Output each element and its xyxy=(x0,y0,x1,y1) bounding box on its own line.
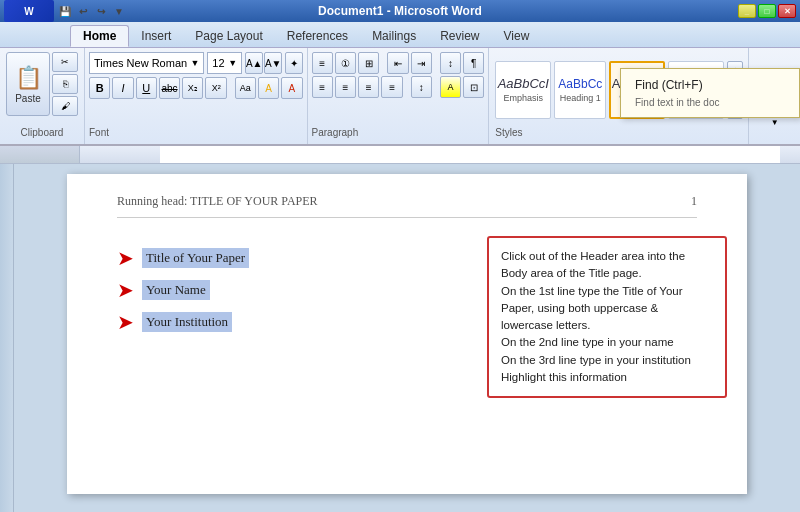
strikethrough-btn[interactable]: abc xyxy=(159,77,180,99)
instruction-line-8: Highlight this information xyxy=(501,369,713,386)
borders-btn[interactable]: ⊡ xyxy=(463,76,484,98)
tab-home[interactable]: Home xyxy=(70,25,129,47)
paste-label: Paste xyxy=(15,93,41,104)
align-right-btn[interactable]: ≡ xyxy=(358,76,379,98)
running-head-text: Running head: TITLE OF YOUR PAPER xyxy=(117,194,318,209)
main-area: Running head: TITLE OF YOUR PAPER 1 ➤ Ti… xyxy=(0,164,800,512)
decrease-indent-btn[interactable]: ⇤ xyxy=(387,52,408,74)
ribbon-tabs: Home Insert Page Layout References Maili… xyxy=(0,22,800,48)
line-3-text[interactable]: Your Institution xyxy=(142,312,232,332)
style-heading1[interactable]: AaBbCc Heading 1 xyxy=(554,61,606,119)
styles-label: Styles xyxy=(495,127,742,140)
style-emphasis[interactable]: AaBbCcI Emphasis xyxy=(495,61,551,119)
page-number: 1 xyxy=(691,194,697,209)
bold-btn[interactable]: B xyxy=(89,77,110,99)
paragraph-section: ≡ ① ⊞ ⇤ ⇥ ↕ ¶ ≡ ≡ ≡ ≡ ↕ A ⊡ Paragraph xyxy=(308,48,490,144)
find-item-sub: Find text in the doc xyxy=(621,97,799,113)
left-sidebar xyxy=(0,164,14,512)
line-1-text[interactable]: Title of Your Paper xyxy=(142,248,249,268)
page-header: Running head: TITLE OF YOUR PAPER 1 xyxy=(117,194,697,218)
tab-insert[interactable]: Insert xyxy=(129,25,183,47)
ruler-inner xyxy=(160,146,780,163)
font-size-dropdown-icon: ▼ xyxy=(228,58,237,68)
quick-redo-btn[interactable]: ↪ xyxy=(93,3,109,19)
ribbon: 📋 Paste ✂ ⎘ 🖌 Clipboard Times New Roman … xyxy=(0,48,800,146)
instruction-line-4: Paper, using both uppercase & xyxy=(501,300,713,317)
quick-undo-btn[interactable]: ↩ xyxy=(75,3,91,19)
subscript-btn[interactable]: X₂ xyxy=(182,77,203,99)
italic-btn[interactable]: I xyxy=(112,77,133,99)
arrow-3: ➤ xyxy=(117,310,134,334)
line-2-text[interactable]: Your Name xyxy=(142,280,210,300)
instruction-line-1: Click out of the Header area into the xyxy=(501,248,713,265)
paragraph-label: Paragraph xyxy=(312,127,485,140)
close-btn[interactable]: ✕ xyxy=(778,4,796,18)
line-spacing-btn[interactable]: ↕ xyxy=(411,76,432,98)
change-styles-dropdown-icon: ▼ xyxy=(771,118,779,127)
arrow-1: ➤ xyxy=(117,246,134,270)
paste-button[interactable]: 📋 Paste xyxy=(6,52,50,116)
superscript-btn[interactable]: X² xyxy=(205,77,226,99)
style-emphasis-label: Emphasis xyxy=(504,93,544,103)
bullets-btn[interactable]: ≡ xyxy=(312,52,333,74)
font-name-box[interactable]: Times New Roman ▼ xyxy=(89,52,204,74)
sort-btn[interactable]: ↕ xyxy=(440,52,461,74)
instruction-box: Click out of the Header area into the Bo… xyxy=(487,236,727,398)
ruler xyxy=(0,146,800,164)
highlight-btn[interactable]: A xyxy=(258,77,279,99)
numbering-btn[interactable]: ① xyxy=(335,52,356,74)
find-item[interactable]: Find (Ctrl+F) xyxy=(621,73,799,97)
align-center-btn[interactable]: ≡ xyxy=(335,76,356,98)
copy-btn[interactable]: ⎘ xyxy=(52,74,78,94)
tab-review[interactable]: Review xyxy=(428,25,491,47)
instruction-line-7: On the 3rd line type in your institution xyxy=(501,352,713,369)
justify-btn[interactable]: ≡ xyxy=(381,76,402,98)
text-effects-btn[interactable]: Aa xyxy=(235,77,256,99)
title-bar-text: Document1 - Microsoft Word xyxy=(318,4,482,18)
clear-formatting-btn[interactable]: ✦ xyxy=(285,52,302,74)
align-left-btn[interactable]: ≡ xyxy=(312,76,333,98)
font-color-btn[interactable]: A xyxy=(281,77,302,99)
paste-icon: 📋 xyxy=(15,65,42,91)
style-heading1-preview: AaBbCc xyxy=(558,77,602,91)
page-body: ➤ Title of Your Paper ➤ Your Name ➤ Your… xyxy=(117,236,697,334)
instruction-line-5: lowercase letters. xyxy=(501,317,713,334)
font-size-increase-btn[interactable]: A▲ xyxy=(245,52,263,74)
font-name-dropdown-icon: ▼ xyxy=(190,58,199,68)
increase-indent-btn[interactable]: ⇥ xyxy=(411,52,432,74)
font-size-decrease-btn[interactable]: A▼ xyxy=(264,52,282,74)
quick-dropdown-btn[interactable]: ▼ xyxy=(111,3,127,19)
minimize-btn[interactable]: _ xyxy=(738,4,756,18)
multilevel-list-btn[interactable]: ⊞ xyxy=(358,52,379,74)
style-emphasis-preview: AaBbCcI xyxy=(498,76,549,91)
cut-btn[interactable]: ✂ xyxy=(52,52,78,72)
find-dropdown: Find (Ctrl+F) Find text in the doc xyxy=(620,68,800,118)
title-bar: W 💾 ↩ ↪ ▼ Document1 - Microsoft Word _ □… xyxy=(0,0,800,22)
document-page: Running head: TITLE OF YOUR PAPER 1 ➤ Ti… xyxy=(67,174,747,494)
document-area: Running head: TITLE OF YOUR PAPER 1 ➤ Ti… xyxy=(14,164,800,512)
maximize-btn[interactable]: □ xyxy=(758,4,776,18)
shading-btn[interactable]: A xyxy=(440,76,461,98)
instruction-line-2: Body area of the Title page. xyxy=(501,265,713,282)
style-heading1-label: Heading 1 xyxy=(560,93,601,103)
font-label: Font xyxy=(89,127,303,140)
arrow-2: ➤ xyxy=(117,278,134,302)
tab-view[interactable]: View xyxy=(492,25,542,47)
tab-references[interactable]: References xyxy=(275,25,360,47)
instruction-line-6: On the 2nd line type in your name xyxy=(501,334,713,351)
clipboard-section: 📋 Paste ✂ ⎘ 🖌 Clipboard xyxy=(0,48,85,144)
quick-save-btn[interactable]: 💾 xyxy=(57,3,73,19)
tab-mailings[interactable]: Mailings xyxy=(360,25,428,47)
clipboard-label: Clipboard xyxy=(21,127,64,140)
word-icon: W xyxy=(4,0,54,22)
tab-page-layout[interactable]: Page Layout xyxy=(183,25,274,47)
font-size-box[interactable]: 12 ▼ xyxy=(207,52,242,74)
instruction-line-3: On the 1st line type the Title of Your xyxy=(501,283,713,300)
show-marks-btn[interactable]: ¶ xyxy=(463,52,484,74)
clipboard-small-btns: ✂ ⎘ 🖌 xyxy=(52,52,78,116)
underline-btn[interactable]: U xyxy=(136,77,157,99)
font-section: Times New Roman ▼ 12 ▼ A▲ A▼ ✦ B I U abc… xyxy=(85,48,308,144)
format-painter-btn[interactable]: 🖌 xyxy=(52,96,78,116)
